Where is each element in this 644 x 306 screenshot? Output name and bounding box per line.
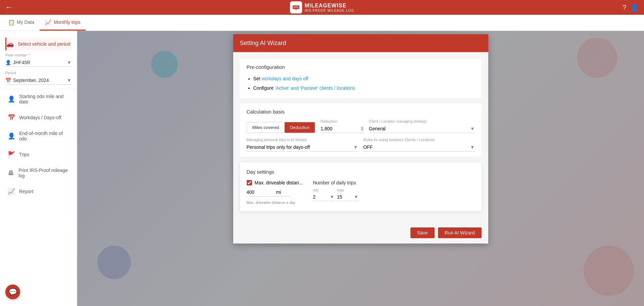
calendar-icon: 📅 xyxy=(8,114,15,121)
back-button[interactable]: ← xyxy=(5,3,13,12)
car-icon: 🚗 xyxy=(6,40,14,48)
min-trips-dropdown[interactable]: 1 2 3 4 5 xyxy=(313,194,330,200)
plate-dropdown-icon: ▼ xyxy=(67,60,71,65)
plate-field: Plate number * 👤 JHF45R ▼ xyxy=(5,53,71,67)
period-field: Period 📅 September, 2024 ▼ xyxy=(5,71,71,85)
odo-icon: 👤 xyxy=(8,95,15,103)
help-icon[interactable]: ? xyxy=(623,4,626,11)
sidebar-item-print[interactable]: 🖶 Print IRS-Proof mileage log xyxy=(0,163,77,183)
period-select[interactable]: 📅 September, 2024 ▼ xyxy=(5,76,71,85)
max-trips-chevron-icon: ▼ xyxy=(354,194,358,200)
run-ai-wizard-button[interactable]: Run AI Wizard xyxy=(438,227,481,238)
modal-overlay: Setting AI Wizard Pre-configuration Set … xyxy=(77,31,644,306)
trips-icon: 🚩 xyxy=(8,151,15,158)
calc-toggle-group: Miles covered Deduction xyxy=(247,122,315,133)
wizard-card: Setting AI Wizard Pre-configuration Set … xyxy=(233,34,488,244)
min-trips-chevron-icon: ▼ xyxy=(330,194,334,200)
deduction-input-wrapper: $ xyxy=(320,125,363,133)
chat-icon: 💬 xyxy=(9,288,17,296)
tab-monthly-trips[interactable]: 📈 Monthly trips xyxy=(40,15,86,31)
eom-icon: 👤 xyxy=(8,132,15,140)
client-location-dropdown[interactable]: General Advanced xyxy=(369,126,470,131)
tab-my-data[interactable]: 📋 My Data xyxy=(3,15,40,31)
rules-chevron-icon: ▼ xyxy=(470,144,475,150)
distance-unit: mi xyxy=(276,189,281,195)
plate-select[interactable]: 👤 JHF45R ▼ xyxy=(5,58,71,67)
day-settings-card: Day settings Max. driveable distan... xyxy=(240,162,482,211)
day-settings-row: Max. driveable distan... mi Max. driveab… xyxy=(247,180,475,205)
logo-icon xyxy=(290,1,302,13)
managing-personal-field: Managing personal trips in AI Wizard Per… xyxy=(247,138,358,151)
managing-personal-select[interactable]: Personal trips only for days-off All day… xyxy=(247,143,358,151)
max-distance-hint: Max. driveable distance a day xyxy=(247,201,303,205)
content-area: Setting AI Wizard Pre-configuration Set … xyxy=(77,31,644,306)
chat-button[interactable]: 💬 xyxy=(5,285,20,299)
report-icon: 📈 xyxy=(8,188,15,195)
max-distance-checkbox[interactable] xyxy=(247,180,252,185)
sidebar-item-select-vehicle[interactable]: 🚗 Select vehicle and period xyxy=(5,38,71,50)
user-icon[interactable]: 👤 xyxy=(630,3,639,11)
managing-row: Managing personal trips in AI Wizard Per… xyxy=(247,138,475,151)
sidebar-item-report[interactable]: 📈 Report xyxy=(0,183,77,200)
client-location-field: Client / Location managing strategy Gene… xyxy=(369,119,475,133)
calc-basis-section: Calculation basis Miles covered Deductio… xyxy=(240,103,482,157)
save-button[interactable]: Save xyxy=(410,227,435,238)
rules-select[interactable]: OFF ON ▼ xyxy=(363,143,475,151)
deduction-field: Deduction $ xyxy=(320,119,363,133)
min-trips-select-wrapper: 1 2 3 4 5 ▼ xyxy=(313,193,334,201)
max-trips-dropdown[interactable]: 5 10 15 20 25 xyxy=(337,194,354,200)
app-logo: MILEAGEWISE IRS-PROOF MILEAGE LOG xyxy=(290,1,354,13)
sidebar-item-starting-odo[interactable]: 👤 Starting odo mile and date xyxy=(0,89,77,109)
managing-chevron-icon: ▼ xyxy=(353,144,358,150)
pre-config-list: Set workdays and days off Configure 'Act… xyxy=(247,74,475,93)
rules-dropdown[interactable]: OFF ON xyxy=(363,144,470,150)
svg-rect-3 xyxy=(293,6,299,8)
clients-link[interactable]: 'Active' and 'Passive' clients / locatio… xyxy=(275,85,355,91)
print-icon: 🖶 xyxy=(8,170,14,177)
max-trips-field: max 5 10 15 20 25 xyxy=(337,188,358,201)
client-location-select[interactable]: General Advanced ▼ xyxy=(369,125,475,133)
monthly-trips-icon: 📈 xyxy=(45,19,52,26)
max-distance-checkbox-row: Max. driveable distan... xyxy=(247,180,303,185)
header-icons: ? 👤 xyxy=(623,3,639,11)
sidebar: 🚗 Select vehicle and period Plate number… xyxy=(0,31,77,306)
deduction-input[interactable] xyxy=(320,126,361,131)
daily-trips-group: Number of daily trips min 1 2 xyxy=(313,180,358,201)
max-distance-group: Max. driveable distan... mi Max. driveab… xyxy=(247,180,303,205)
sidebar-item-end-of-month[interactable]: 👤 End-of-month mile of odo xyxy=(0,126,77,146)
pre-config-item-2: Configure 'Active' and 'Passive' clients… xyxy=(253,83,475,93)
period-dropdown-icon: ▼ xyxy=(67,78,71,83)
svg-point-2 xyxy=(297,9,299,10)
vehicle-section: 🚗 Select vehicle and period Plate number… xyxy=(0,34,77,89)
max-distance-input-row: mi xyxy=(247,188,290,196)
sidebar-item-workdays[interactable]: 📅 Workdays / Days-off xyxy=(0,109,77,126)
wizard-actions: Save Run AI Wizard xyxy=(233,223,488,244)
min-max-row: min 1 2 3 4 5 xyxy=(313,188,358,201)
logo-text: MILEAGEWISE IRS-PROOF MILEAGE LOG xyxy=(305,3,354,12)
main-layout: 🚗 Select vehicle and period Plate number… xyxy=(0,31,644,306)
client-chevron-icon: ▼ xyxy=(470,126,475,131)
miles-covered-button[interactable]: Miles covered xyxy=(247,122,285,133)
pre-config-item-1: Set workdays and days off xyxy=(253,74,475,83)
pre-config-section: Pre-configuration Set workdays and days … xyxy=(240,59,482,98)
my-data-icon: 📋 xyxy=(8,19,15,26)
wizard-body: Pre-configuration Set workdays and days … xyxy=(233,52,488,223)
max-trips-select-wrapper: 5 10 15 20 25 ▼ xyxy=(337,193,358,201)
tab-bar: 📋 My Data 📈 Monthly trips xyxy=(0,15,644,31)
deduction-button[interactable]: Deduction xyxy=(285,122,315,133)
sidebar-item-trips[interactable]: 🚩 Trips xyxy=(0,146,77,163)
workdays-link[interactable]: workdays and days off xyxy=(261,76,308,81)
max-distance-input[interactable] xyxy=(247,189,274,195)
wizard-header: Setting AI Wizard xyxy=(233,34,488,52)
min-trips-field: min 1 2 3 4 5 xyxy=(313,188,334,201)
calc-row: Miles covered Deduction Deduction $ xyxy=(247,119,475,133)
rules-field: Rules for using business Clients / Locat… xyxy=(363,138,475,151)
managing-personal-dropdown[interactable]: Personal trips only for days-off All day… xyxy=(247,144,353,150)
svg-point-1 xyxy=(293,9,295,10)
app-header: ← MILEAGEWISE IRS-PROOF MILEAGE LOG ? 👤 xyxy=(0,0,644,15)
